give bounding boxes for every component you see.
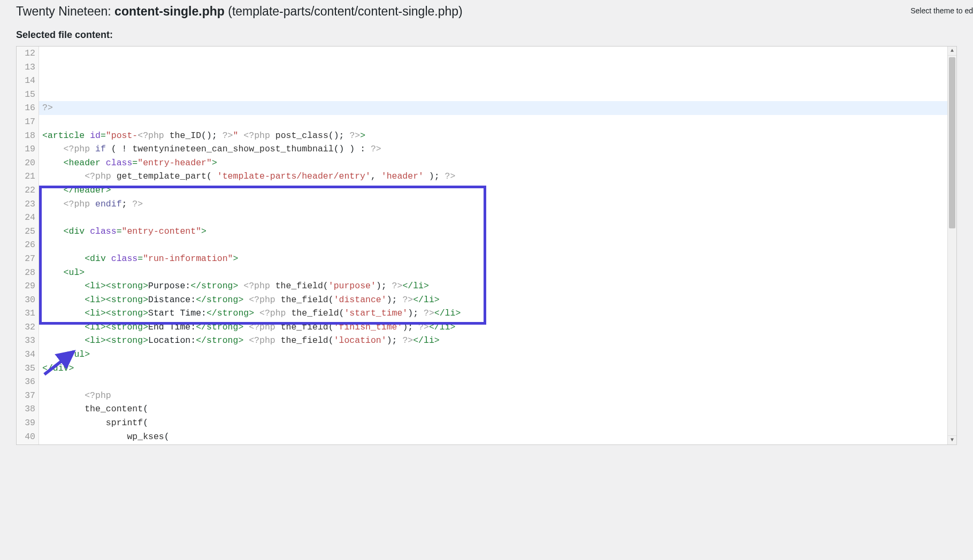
code-line[interactable]: <article id="post-<?php the_ID(); ?>" <?… [39,129,956,143]
code-line[interactable]: <li><strong>Distance:</strong> <?php the… [39,293,956,307]
line-number: 27 [22,252,35,266]
title-theme: Twenty Nineteen: [16,4,114,18]
line-number: 33 [22,334,35,348]
code-line[interactable]: <li><strong>Purpose:</strong> <?php the_… [39,279,956,293]
line-number: 19 [22,142,35,156]
code-line[interactable]: the_content( [39,402,956,416]
code-line[interactable]: <?php get_template_part( 'template-parts… [39,170,956,183]
code-line[interactable]: <?php [39,389,956,403]
line-number: 23 [22,197,35,211]
code-line[interactable]: <li><strong>Start Time:</strong> <?php t… [39,306,956,320]
line-number: 17 [22,115,35,129]
code-line[interactable]: </ul> [39,348,956,362]
code-line[interactable]: /* translators: %s: Name of current post… [39,443,956,444]
code-line[interactable] [39,115,956,129]
code-line[interactable]: ?> [39,101,956,115]
page-title: Twenty Nineteen: content-single.php (tem… [16,4,957,19]
scroll-up-arrow-icon[interactable]: ▲ [948,47,956,56]
line-number: 14 [22,74,35,88]
line-number: 21 [22,170,35,183]
theme-select-label[interactable]: Select theme to ed [910,6,973,15]
title-path: (template-parts/content/content-single.p… [225,4,463,18]
code-line[interactable]: <div class="run-information"> [39,252,956,266]
line-number: 39 [22,416,35,430]
line-number: 32 [22,320,35,334]
line-number: 36 [22,375,35,389]
line-number: 18 [22,129,35,143]
line-number: 13 [22,60,35,74]
line-number: 34 [22,348,35,362]
code-line[interactable]: </header> [39,183,956,197]
selected-file-content-label: Selected file content: [16,29,957,41]
code-line[interactable]: <?php if ( ! twentynineteen_can_show_pos… [39,142,956,156]
line-number: 38 [22,402,35,416]
code-line[interactable]: <?php endif; ?> [39,197,956,211]
line-number: 22 [22,183,35,197]
line-number: 20 [22,156,35,170]
code-line[interactable]: <header class="entry-header"> [39,156,956,170]
line-number: 28 [22,266,35,280]
scroll-down-arrow-icon[interactable]: ▼ [948,435,956,444]
code-line[interactable]: wp_kses( [39,430,956,444]
line-number: 40 [22,430,35,444]
code-line[interactable]: sprintf( [39,416,956,430]
code-line[interactable] [39,238,956,252]
line-number: 26 [22,238,35,252]
code-line[interactable]: <li><strong>End Time:</strong> <?php the… [39,320,956,334]
code-line[interactable]: <div class="entry-content"> [39,225,956,239]
line-number: 29 [22,279,35,293]
title-filename: content-single.php [114,4,225,18]
scroll-thumb[interactable] [949,57,955,228]
code-line[interactable] [39,211,956,225]
code-editor[interactable]: 1213141516171819202122232425262728293031… [16,46,957,445]
line-number: 16 [22,101,35,115]
code-content[interactable]: ?><article id="post-<?php the_ID(); ?>" … [39,47,956,444]
line-number: 12 [22,47,35,60]
line-number: 30 [22,293,35,307]
code-line[interactable]: <ul> [39,266,956,280]
code-line[interactable]: <li><strong>Location:</strong> <?php the… [39,334,956,348]
line-number: 37 [22,389,35,403]
code-line[interactable]: </div> [39,362,956,375]
line-number: 25 [22,225,35,239]
line-number: 35 [22,362,35,375]
line-number: 15 [22,88,35,102]
line-number: 31 [22,306,35,320]
line-number: 24 [22,211,35,225]
line-number-gutter: 1213141516171819202122232425262728293031… [17,47,39,444]
vertical-scrollbar[interactable]: ▲ ▼ [947,47,956,444]
code-line[interactable] [39,375,956,389]
